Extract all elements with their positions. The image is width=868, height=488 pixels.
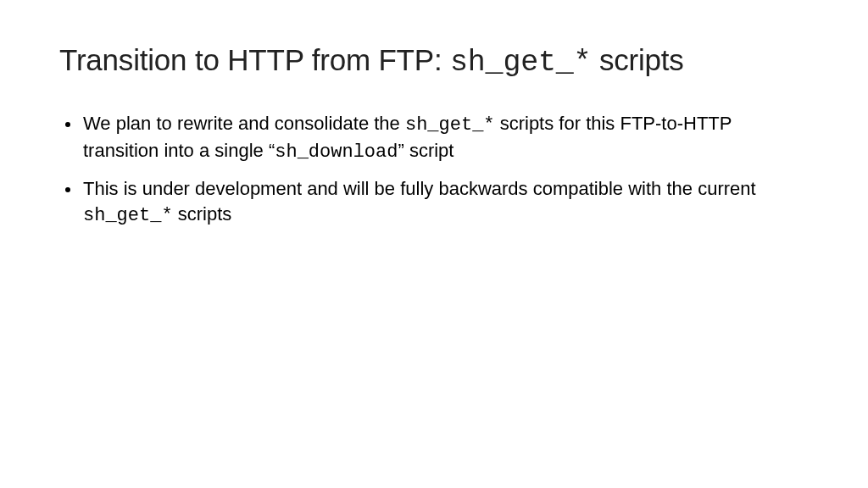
title-code: sh_get_* bbox=[450, 46, 591, 80]
bullet-text: This is under development and will be fu… bbox=[83, 178, 756, 199]
bullet-list: We plan to rewrite and consolidate the s… bbox=[59, 111, 809, 229]
bullet-code: sh_get_* bbox=[83, 205, 173, 226]
bullet-code: sh_get_* bbox=[405, 114, 495, 136]
bullet-text: We plan to rewrite and consolidate the bbox=[83, 113, 405, 134]
list-item: We plan to rewrite and consolidate the s… bbox=[81, 111, 809, 164]
bullet-text: ” script bbox=[398, 140, 453, 161]
bullet-code: sh_download bbox=[275, 141, 398, 163]
title-text-pre: Transition to HTTP from FTP: bbox=[59, 43, 450, 76]
list-item: This is under development and will be fu… bbox=[81, 176, 809, 228]
bullet-text: scripts bbox=[173, 203, 232, 225]
slide-title: Transition to HTTP from FTP: sh_get_* sc… bbox=[59, 42, 809, 80]
title-text-post: scripts bbox=[591, 43, 683, 76]
slide: Transition to HTTP from FTP: sh_get_* sc… bbox=[0, 0, 868, 488]
